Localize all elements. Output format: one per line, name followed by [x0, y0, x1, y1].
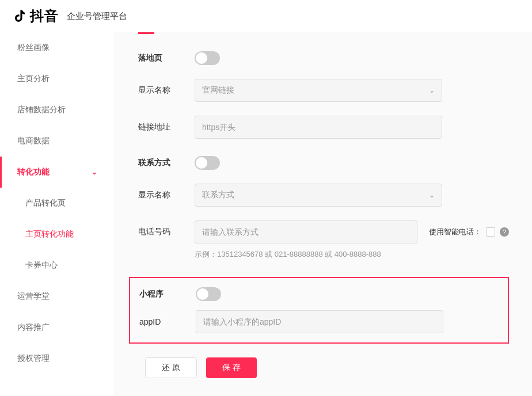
chevron-down-icon: ⌄: [92, 168, 97, 176]
logo-text: 抖音: [30, 7, 59, 25]
miniapp-appid-input[interactable]: [196, 310, 443, 333]
sidebar-item-label: 店铺数据分析: [17, 105, 66, 115]
content-area: 落地页 显示名称 官网链接 ⌄ 链接地址 联系方式 显示名称: [115, 32, 532, 396]
sidebar-subitem-label: 卡券中心: [25, 260, 58, 269]
contact-name-dropdown[interactable]: 联系方式 ⌄: [195, 184, 442, 207]
dropdown-arrow-icon: ⌄: [429, 191, 435, 199]
sidebar-item-label: 电商数据: [17, 136, 50, 146]
miniapp-toggle[interactable]: [196, 287, 221, 301]
phone-example-text: 示例：13512345678 或 021-88888888 或 400-8888…: [195, 249, 509, 260]
dropdown-value: 联系方式: [202, 190, 234, 200]
sidebar-subitem-coupon-center[interactable]: 卡券中心: [0, 250, 115, 281]
reset-button[interactable]: 还 原: [145, 357, 197, 378]
landing-link-label: 链接地址: [138, 122, 184, 132]
contact-phone-input[interactable]: [195, 220, 417, 243]
dropdown-arrow-icon: ⌄: [429, 86, 435, 94]
section-contact: 联系方式 显示名称 联系方式 ⌄ 电话号码 使用智能电话： ? 示例：135: [138, 156, 509, 260]
sidebar-item-label: 内容推广: [17, 322, 50, 333]
miniapp-appid-label: appID: [139, 317, 185, 326]
save-button[interactable]: 保 存: [206, 357, 257, 378]
dropdown-value: 官网链接: [202, 85, 234, 96]
sidebar-item-label: 授权管理: [17, 353, 50, 364]
logo: 抖音: [12, 7, 59, 25]
smart-phone-label: 使用智能电话：: [429, 227, 481, 237]
douyin-logo-icon: [12, 8, 28, 24]
help-icon[interactable]: ?: [500, 227, 509, 237]
sidebar-item-label: 粉丝画像: [17, 43, 50, 53]
sidebar-item-label: 运营学堂: [17, 291, 50, 302]
contact-name-label: 显示名称: [138, 190, 184, 200]
header-subtitle: 企业号管理平台: [67, 11, 127, 22]
header: 抖音 企业号管理平台: [0, 0, 532, 32]
landing-name-label: 显示名称: [138, 85, 184, 96]
sidebar-subitem-label: 主页转化功能: [25, 229, 74, 238]
sidebar-item-conversion[interactable]: 转化功能 ⌄: [0, 157, 115, 188]
section-landing: 落地页 显示名称 官网链接 ⌄ 链接地址: [138, 51, 509, 139]
sidebar-item-homepage-analysis[interactable]: 主页分析: [0, 63, 115, 94]
sidebar-item-ecommerce-data[interactable]: 电商数据: [0, 125, 115, 157]
sidebar-item-fans-profile[interactable]: 粉丝画像: [0, 32, 115, 63]
sidebar: 粉丝画像 主页分析 店铺数据分析 电商数据 转化功能 ⌄ 产品转化页 主页转化功…: [0, 32, 115, 396]
contact-title: 联系方式: [138, 158, 184, 168]
sidebar-item-content-promotion[interactable]: 内容推广: [0, 312, 115, 343]
sidebar-item-operation-school[interactable]: 运营学堂: [0, 281, 115, 312]
sidebar-subitem-homepage-conversion[interactable]: 主页转化功能: [0, 219, 115, 250]
smart-phone-option: 使用智能电话： ?: [429, 227, 509, 237]
sidebar-item-auth-management[interactable]: 授权管理: [0, 343, 115, 374]
tab-indicator: [138, 32, 154, 34]
section-miniapp-highlight: 小程序 appID: [129, 277, 509, 344]
sidebar-item-label: 转化功能: [17, 167, 50, 177]
sidebar-subitem-label: 产品转化页: [25, 198, 66, 207]
landing-name-dropdown[interactable]: 官网链接 ⌄: [195, 79, 442, 102]
landing-link-input[interactable]: [195, 116, 442, 139]
contact-toggle[interactable]: [195, 156, 220, 170]
sidebar-subitem-product-conversion[interactable]: 产品转化页: [0, 188, 115, 219]
miniapp-title: 小程序: [139, 289, 185, 299]
contact-phone-label: 电话号码: [138, 227, 184, 237]
landing-title: 落地页: [138, 53, 184, 63]
sidebar-item-shop-data[interactable]: 店铺数据分析: [0, 94, 115, 125]
sidebar-item-label: 主页分析: [17, 74, 50, 84]
smart-phone-checkbox[interactable]: [486, 227, 495, 237]
landing-toggle[interactable]: [195, 51, 220, 65]
button-row: 还 原 保 存: [145, 357, 509, 378]
